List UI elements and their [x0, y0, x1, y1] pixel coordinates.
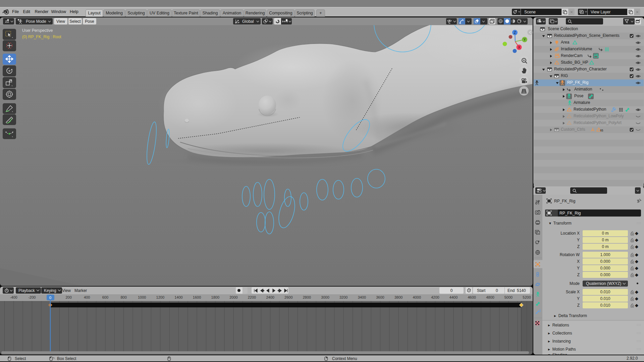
svg-text:2800: 2800	[303, 295, 311, 299]
svg-text:4800: 4800	[486, 295, 494, 299]
svg-text:1200: 1200	[156, 295, 164, 299]
svg-text:Y: Y	[524, 38, 526, 42]
svg-text:5000: 5000	[504, 295, 513, 299]
svg-text:4200: 4200	[431, 295, 439, 299]
svg-text:-400: -400	[10, 295, 17, 299]
svg-text:3600: 3600	[376, 295, 384, 299]
svg-text:400: 400	[84, 295, 90, 299]
svg-text:1400: 1400	[174, 295, 182, 299]
svg-text:3200: 3200	[339, 295, 347, 299]
svg-text:2000: 2000	[229, 295, 237, 299]
svg-text:2400: 2400	[266, 295, 274, 299]
svg-text:3000: 3000	[321, 295, 329, 299]
svg-text:3400: 3400	[358, 295, 366, 299]
svg-text:X: X	[518, 46, 520, 49]
svg-text:3800: 3800	[394, 295, 402, 299]
svg-text:4600: 4600	[468, 295, 476, 299]
svg-text:2200: 2200	[248, 295, 256, 299]
svg-text:600: 600	[102, 295, 108, 299]
svg-text:800: 800	[120, 295, 126, 299]
svg-text:2600: 2600	[284, 295, 292, 299]
svg-text:1600: 1600	[193, 295, 201, 299]
svg-text:1800: 1800	[211, 295, 219, 299]
svg-text:5200: 5200	[523, 295, 531, 299]
svg-text:200: 200	[65, 295, 71, 299]
svg-text:4400: 4400	[449, 295, 458, 299]
svg-text:-200: -200	[28, 295, 36, 299]
svg-text:1000: 1000	[138, 295, 146, 299]
svg-text:Z: Z	[514, 31, 516, 35]
svg-text:0: 0	[49, 296, 51, 300]
svg-text:4000: 4000	[413, 295, 421, 299]
